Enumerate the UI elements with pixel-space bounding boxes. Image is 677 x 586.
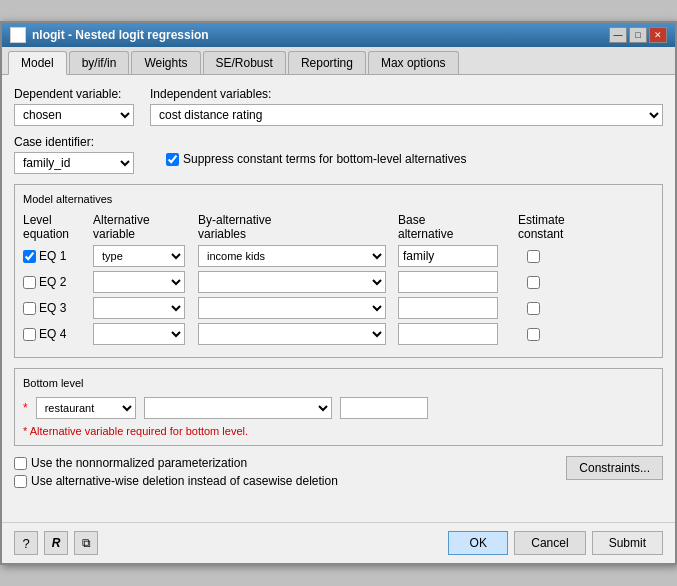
eq1-estimate[interactable] (518, 250, 548, 263)
help-button[interactable]: ? (14, 531, 38, 555)
variables-row: Dependent variable: chosen Independent v… (14, 87, 663, 126)
case-id-group: Case identifier: family_id (14, 135, 134, 174)
eq1-by-alt-select[interactable]: income kids (198, 245, 386, 267)
bottom-level-note: * Alternative variable required for bott… (23, 425, 654, 437)
eq1-alt-var[interactable]: type (93, 245, 198, 267)
eq3-by-alt-select[interactable] (198, 297, 386, 319)
eq1-alt-var-select[interactable]: type (93, 245, 185, 267)
eq4-by-alt-select[interactable] (198, 323, 386, 345)
eq4-by-alt[interactable] (198, 323, 398, 345)
tab-reporting[interactable]: Reporting (288, 51, 366, 74)
eq3-checkbox[interactable] (23, 302, 36, 315)
footer: ? R ⧉ OK Cancel Submit (2, 522, 675, 563)
eq2-base-input[interactable] (398, 271, 498, 293)
nonnormalized-checkbox[interactable] (14, 457, 27, 470)
indep-var-group: Independent variables: cost distance rat… (150, 87, 663, 126)
tab-se-robust[interactable]: SE/Robust (203, 51, 286, 74)
eq4-alt-var[interactable] (93, 323, 198, 345)
eq2-estimate[interactable] (518, 276, 548, 289)
eq1-checkbox[interactable] (23, 250, 36, 263)
bottom-alt-var-select[interactable]: restaurant (36, 397, 136, 419)
eq2-by-alt[interactable] (198, 271, 398, 293)
eq3-row: EQ 3 (23, 297, 654, 319)
altwise-checkbox[interactable] (14, 475, 27, 488)
eq1-base (398, 245, 518, 267)
suppress-checkbox-row: Suppress constant terms for bottom-level… (166, 152, 466, 166)
nonnormalized-row: Use the nonnormalized parameterization (14, 456, 338, 470)
case-id-select[interactable]: family_id (14, 152, 134, 174)
footer-right: OK Cancel Submit (448, 531, 663, 555)
eq4-estimate[interactable] (518, 328, 548, 341)
submit-button[interactable]: Submit (592, 531, 663, 555)
dep-var-select[interactable]: chosen (14, 104, 134, 126)
required-star: * (23, 401, 28, 415)
cancel-button[interactable]: Cancel (514, 531, 585, 555)
titlebar-buttons: — □ ✕ (609, 27, 667, 43)
altwise-row: Use alternative-wise deletion instead of… (14, 474, 338, 488)
copy-icon: ⧉ (82, 536, 91, 550)
main-content: Dependent variable: chosen Independent v… (2, 75, 675, 522)
eq1-base-input[interactable] (398, 245, 498, 267)
window-title: nlogit - Nested logit regression (32, 28, 209, 42)
eq3-base-input[interactable] (398, 297, 498, 319)
titlebar-left: N nlogit - Nested logit regression (10, 27, 209, 43)
dep-var-dropdown[interactable]: chosen (14, 104, 134, 126)
case-id-dropdown[interactable]: family_id (14, 152, 134, 174)
close-button[interactable]: ✕ (649, 27, 667, 43)
tab-model[interactable]: Model (8, 51, 67, 75)
eq1-estimate-checkbox[interactable] (527, 250, 540, 263)
col-header-level: Level equation (23, 213, 93, 241)
indep-var-label: Independent variables: (150, 87, 663, 101)
app-icon: N (10, 27, 26, 43)
eq4-base-input[interactable] (398, 323, 498, 345)
col-header-estimate: Estimate constant (518, 213, 588, 241)
indep-var-select[interactable]: cost distance rating (150, 104, 663, 126)
eq3-by-alt[interactable] (198, 297, 398, 319)
bottom-level-title: Bottom level (23, 377, 654, 389)
bottom-level-box: Bottom level * restaurant * Alternative … (14, 368, 663, 446)
tab-bar: Model by/if/in Weights SE/Robust Reporti… (2, 47, 675, 75)
eq2-label: EQ 2 (39, 275, 66, 289)
eq4-base (398, 323, 518, 345)
bottom-by-alt-select[interactable] (144, 397, 332, 419)
col-header-base: Base alternative (398, 213, 518, 241)
eq3-estimate[interactable] (518, 302, 548, 315)
minimize-button[interactable]: — (609, 27, 627, 43)
eq3-base (398, 297, 518, 319)
eq4-checkbox[interactable] (23, 328, 36, 341)
ok-button[interactable]: OK (448, 531, 508, 555)
footer-left: ? R ⧉ (14, 531, 98, 555)
eq3-alt-var[interactable] (93, 297, 198, 319)
model-alternatives-box: Model alternatives Level equation Altern… (14, 184, 663, 358)
main-window: N nlogit - Nested logit regression — □ ✕… (0, 21, 677, 565)
options-row: Use the nonnormalized parameterization U… (14, 456, 663, 502)
eq2-alt-var[interactable] (93, 271, 198, 293)
bottom-base-input[interactable] (340, 397, 428, 419)
eq4-estimate-checkbox[interactable] (527, 328, 540, 341)
eq1-label: EQ 1 (39, 249, 66, 263)
nonnormalized-label: Use the nonnormalized parameterization (31, 456, 247, 470)
eq4-label: EQ 4 (39, 327, 66, 341)
tab-weights[interactable]: Weights (131, 51, 200, 74)
altwise-label: Use alternative-wise deletion instead of… (31, 474, 338, 488)
maximize-button[interactable]: □ (629, 27, 647, 43)
eq2-estimate-checkbox[interactable] (527, 276, 540, 289)
eq1-row: EQ 1 type income kids (23, 245, 654, 267)
info-icon: R (52, 536, 61, 550)
case-id-label: Case identifier: (14, 135, 134, 149)
suppress-label: Suppress constant terms for bottom-level… (183, 152, 466, 166)
info-button[interactable]: R (44, 531, 68, 555)
eq3-estimate-checkbox[interactable] (527, 302, 540, 315)
tab-by-if-in[interactable]: by/if/in (69, 51, 130, 74)
eq2-checkbox[interactable] (23, 276, 36, 289)
eq1-by-alt[interactable]: income kids (198, 245, 398, 267)
suppress-checkbox[interactable] (166, 153, 179, 166)
eq3-alt-var-select[interactable] (93, 297, 185, 319)
eq4-alt-var-select[interactable] (93, 323, 185, 345)
copy-button[interactable]: ⧉ (74, 531, 98, 555)
eq2-by-alt-select[interactable] (198, 271, 386, 293)
tab-max-options[interactable]: Max options (368, 51, 459, 74)
constraints-button[interactable]: Constraints... (566, 456, 663, 480)
indep-var-dropdown[interactable]: cost distance rating (150, 104, 663, 126)
eq2-alt-var-select[interactable] (93, 271, 185, 293)
